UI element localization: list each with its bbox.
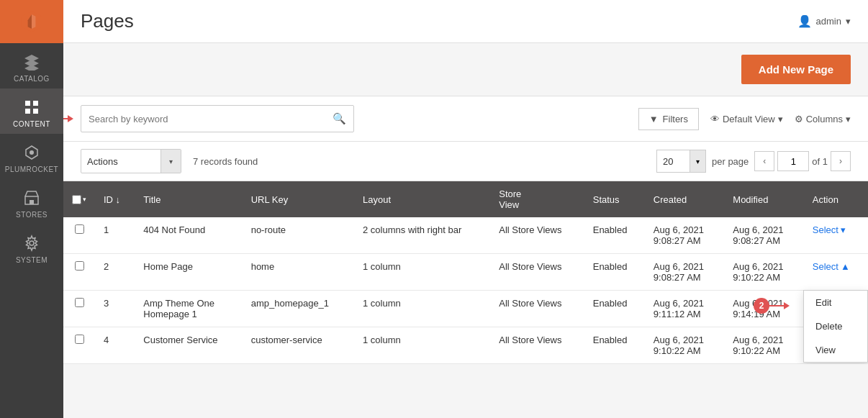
search-toolbar: 1 🔍 ▼ Filters 👁 Default View ▾ [63, 96, 868, 142]
sidebar-catalog-label: CATALOG [14, 75, 50, 83]
filter-icon: ▼ [649, 114, 659, 124]
table-container: ▾ ID ↓ Title URL Key Layout StoreView St… [63, 181, 868, 364]
row-4-store-view: All Store Views [490, 327, 584, 364]
row-3-title: Amp Theme OneHomepage 1 [135, 291, 242, 327]
default-view-label: Default View [723, 114, 775, 124]
row-4-layout: 1 column [354, 327, 490, 364]
th-id[interactable]: ID ↓ [95, 181, 135, 217]
th-checkbox: ▾ [63, 181, 95, 217]
row-2-select-button[interactable]: Select ▲ [813, 261, 859, 272]
sidebar-item-stores[interactable]: STORES [0, 179, 63, 224]
row-3-layout: 1 column [354, 291, 490, 327]
per-page-label: per page [712, 156, 749, 167]
columns-gear-icon: ⚙ [795, 114, 803, 124]
svg-rect-5 [25, 109, 30, 114]
sidebar-item-system[interactable]: SYSTEM [0, 224, 63, 270]
system-icon [22, 233, 42, 253]
row-2-layout: 1 column [354, 254, 490, 291]
th-created: Created [645, 181, 724, 217]
add-new-page-button[interactable]: Add New Page [741, 55, 851, 84]
per-page-select[interactable]: 20 ▾ [656, 150, 706, 173]
svg-marker-2 [32, 14, 35, 29]
per-page-arrow-icon: ▾ [690, 150, 705, 172]
row-1-select-button[interactable]: Select ▾ [813, 224, 859, 235]
dropdown-delete-item[interactable]: Delete [804, 314, 867, 338]
row-1-title: 404 Not Found [135, 217, 242, 254]
sidebar-plumrocket-label: PLUMROCKET [5, 165, 58, 173]
default-view-arrow-icon: ▾ [778, 114, 783, 124]
th-modified: Modified [724, 181, 803, 217]
row-4-checkbox[interactable] [75, 335, 84, 344]
annotation-1: 1 [63, 111, 73, 127]
of-label: of 1 [812, 156, 828, 167]
row-1-select-arrow-icon: ▾ [841, 224, 846, 235]
filters-label: Filters [663, 114, 688, 124]
actions-dropdown[interactable]: Actions ▾ [81, 149, 181, 173]
th-store-view: StoreView [490, 181, 584, 217]
user-name: admin [816, 16, 841, 27]
th-layout: Layout [354, 181, 490, 217]
sidebar-item-content[interactable]: CONTENT [0, 88, 63, 134]
arrow-line-2 [769, 305, 784, 306]
prev-page-button[interactable]: ‹ [754, 151, 774, 171]
user-menu[interactable]: 👤 admin ▾ [797, 14, 851, 28]
actions-arrow-button[interactable]: ▾ [161, 150, 181, 173]
svg-rect-3 [25, 101, 30, 106]
row-4-checkbox-cell [63, 327, 95, 364]
next-page-button[interactable]: › [831, 151, 851, 171]
pages-table: ▾ ID ↓ Title URL Key Layout StoreView St… [63, 181, 868, 364]
table-row: 1 404 Not Found no-route 2 columns with … [63, 217, 868, 254]
per-page-dropdown[interactable]: 20 [657, 156, 690, 167]
arrow-head-2 [784, 302, 790, 309]
row-1-store-view: All Store Views [490, 217, 584, 254]
row-2-checkbox[interactable] [75, 261, 84, 271]
catalog-icon [22, 52, 42, 72]
columns-arrow-icon: ▾ [846, 114, 851, 124]
row-1-checkbox[interactable] [75, 224, 84, 234]
table-wrapper: ▾ ID ↓ Title URL Key Layout StoreView St… [63, 181, 868, 364]
page-input[interactable] [777, 151, 809, 171]
main-content: Pages 👤 admin ▾ Add New Page 1 🔍 [63, 0, 868, 418]
row-2-url-key: home [243, 254, 354, 291]
th-title: Title [135, 181, 242, 217]
badge-2: 2 [754, 298, 769, 314]
search-box[interactable]: 🔍 [81, 105, 354, 132]
row-2-status: Enabled [584, 254, 645, 291]
actions-left: Actions ▾ 7 records found [81, 149, 258, 173]
actions-select[interactable]: Actions [81, 156, 161, 167]
row-1-url-key: no-route [243, 217, 354, 254]
dropdown-edit-item[interactable]: Edit [804, 291, 867, 314]
row-2-checkbox-cell [63, 254, 95, 291]
svg-rect-9 [30, 200, 34, 204]
magento-logo-icon [19, 9, 45, 35]
actions-bar: Actions ▾ 7 records found 20 ▾ per page … [63, 142, 868, 181]
row-1-created: Aug 6, 20219:08:27 AM [645, 217, 724, 254]
row-4-url-key: customer-service [243, 327, 354, 364]
row-1-modified: Aug 6, 20219:08:27 AM [724, 217, 803, 254]
filters-button[interactable]: ▼ Filters [638, 108, 699, 130]
row-4-title: Customer Service [135, 327, 242, 364]
sidebar-content-label: CONTENT [13, 120, 50, 128]
sidebar-stores-label: STORES [16, 211, 48, 219]
row-1-id: 1 [95, 217, 135, 254]
user-icon: 👤 [797, 14, 812, 28]
columns-button[interactable]: ⚙ Columns ▾ [795, 114, 851, 124]
eye-icon: 👁 [710, 114, 720, 124]
annotation-2: 2 [754, 298, 790, 314]
default-view-button[interactable]: 👁 Default View ▾ [710, 114, 783, 124]
table-row: 2 Home Page home 1 column All Store View… [63, 254, 868, 291]
select-all-checkbox[interactable] [72, 195, 81, 204]
dropdown-view-item[interactable]: View [804, 338, 867, 362]
row-3-checkbox[interactable] [75, 298, 84, 307]
search-icon: 🔍 [333, 112, 346, 125]
sidebar-item-catalog[interactable]: CATALOG [0, 43, 63, 88]
th-action: Action [804, 181, 868, 217]
toolbar-right: ▼ Filters 👁 Default View ▾ ⚙ Columns ▾ [638, 108, 851, 130]
search-input[interactable] [89, 114, 333, 124]
arrow-head-1 [68, 115, 73, 122]
row-1-layout: 2 columns with right bar [354, 217, 490, 254]
row-4-created: Aug 6, 20219:10:22 AM [645, 327, 724, 364]
row-3-id: 3 [95, 291, 135, 327]
page-title: Pages [81, 10, 134, 32]
sidebar-item-plumrocket[interactable]: PLUMROCKET [0, 134, 63, 179]
